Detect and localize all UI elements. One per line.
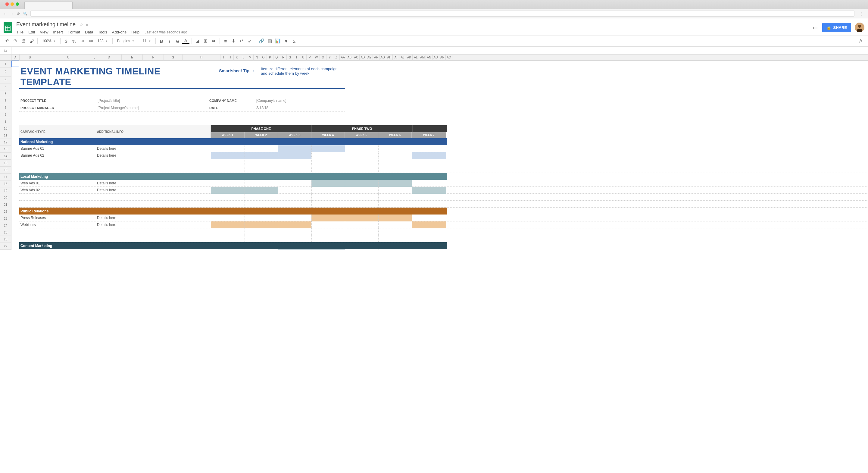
- timeline-cell[interactable]: [211, 145, 245, 152]
- text-rotation-icon[interactable]: ⤢: [246, 37, 254, 45]
- timeline-cell[interactable]: [278, 187, 311, 194]
- row-header[interactable]: 17: [0, 174, 11, 180]
- timeline-cell[interactable]: [412, 228, 446, 235]
- timeline-cell[interactable]: [412, 159, 446, 166]
- timeline-cell[interactable]: [412, 166, 446, 173]
- row-header[interactable]: 12: [0, 139, 11, 146]
- row-header[interactable]: 3: [0, 77, 11, 84]
- insert-link-icon[interactable]: 🔗: [258, 37, 265, 45]
- menu-help[interactable]: Help: [129, 29, 142, 35]
- column-header[interactable]: P: [267, 55, 274, 60]
- column-header[interactable]: AG: [379, 55, 386, 60]
- comments-icon[interactable]: ▭: [813, 24, 818, 31]
- insert-comment-icon[interactable]: ▤: [266, 37, 274, 45]
- timeline-cell[interactable]: [345, 228, 378, 235]
- column-header[interactable]: F: [143, 55, 164, 60]
- select-all-corner[interactable]: [0, 55, 11, 60]
- column-header[interactable]: Y: [327, 55, 333, 60]
- row-header[interactable]: 9: [0, 118, 11, 125]
- timeline-cell[interactable]: [311, 201, 345, 208]
- timeline-cell[interactable]: [278, 194, 311, 201]
- column-header[interactable]: U: [300, 55, 307, 60]
- timeline-cell[interactable]: [278, 201, 311, 208]
- row-header[interactable]: 4: [0, 84, 11, 90]
- row-header[interactable]: 13: [0, 146, 11, 153]
- currency-icon[interactable]: $: [63, 37, 70, 45]
- column-header[interactable]: W: [313, 55, 320, 60]
- paint-format-icon[interactable]: 🖌: [28, 37, 35, 45]
- text-wrap-icon[interactable]: ↵: [238, 37, 245, 45]
- decrease-decimal-icon[interactable]: .0: [79, 37, 86, 45]
- timeline-cell[interactable]: [245, 187, 278, 194]
- menu-add-ons[interactable]: Add-ons: [110, 29, 129, 35]
- zoom-dropdown[interactable]: 100%▼: [40, 38, 58, 44]
- timeline-cell[interactable]: [211, 187, 245, 194]
- timeline-cell[interactable]: [211, 214, 245, 221]
- timeline-cell[interactable]: [245, 249, 278, 250]
- sheets-logo-icon[interactable]: [2, 20, 13, 35]
- menu-data[interactable]: Data: [83, 29, 95, 35]
- timeline-cell[interactable]: [245, 194, 278, 201]
- maximize-window-icon[interactable]: [16, 2, 19, 6]
- timeline-cell[interactable]: [311, 159, 345, 166]
- column-header[interactable]: Q: [274, 55, 280, 60]
- timeline-cell[interactable]: [378, 180, 412, 187]
- timeline-row[interactable]: Web Ads 02Details here: [19, 187, 868, 194]
- column-header[interactable]: Z: [333, 55, 340, 60]
- timeline-cell[interactable]: [378, 249, 412, 250]
- timeline-cell[interactable]: [245, 221, 278, 228]
- column-header[interactable]: AF: [373, 55, 379, 60]
- reload-icon[interactable]: ⟳: [17, 11, 20, 16]
- column-header[interactable]: T: [293, 55, 300, 60]
- column-header[interactable]: AA: [340, 55, 346, 60]
- timeline-cell[interactable]: [345, 159, 378, 166]
- timeline-row[interactable]: Press ReleasesDetails here: [19, 214, 868, 221]
- empty-row[interactable]: [19, 235, 868, 242]
- row-header[interactable]: 7: [0, 104, 11, 111]
- row-header[interactable]: 20: [0, 194, 11, 201]
- timeline-cell[interactable]: [311, 249, 345, 250]
- column-header[interactable]: V: [307, 55, 313, 60]
- selected-cell[interactable]: [11, 61, 19, 67]
- timeline-cell[interactable]: [345, 187, 378, 194]
- column-header[interactable]: H: [183, 55, 220, 60]
- menu-insert[interactable]: Insert: [51, 29, 65, 35]
- timeline-cell[interactable]: [245, 166, 278, 173]
- browser-tab[interactable]: [24, 1, 72, 9]
- timeline-cell[interactable]: [412, 214, 446, 221]
- timeline-cell[interactable]: [378, 166, 412, 173]
- column-header[interactable]: E: [122, 55, 143, 60]
- timeline-cell[interactable]: [211, 201, 245, 208]
- column-header[interactable]: O: [260, 55, 267, 60]
- row-header[interactable]: 1: [0, 61, 11, 67]
- timeline-cell[interactable]: [412, 194, 446, 201]
- timeline-cell[interactable]: [412, 221, 446, 228]
- timeline-cell[interactable]: [378, 201, 412, 208]
- fill-color-icon[interactable]: ◢: [194, 37, 201, 45]
- timeline-cell[interactable]: [378, 228, 412, 235]
- back-icon[interactable]: ←: [3, 11, 7, 16]
- timeline-cell[interactable]: [211, 159, 245, 166]
- timeline-cell[interactable]: [311, 145, 345, 152]
- percent-icon[interactable]: %: [71, 37, 78, 45]
- url-input[interactable]: [30, 10, 855, 17]
- timeline-cell[interactable]: [245, 145, 278, 152]
- column-header[interactable]: AI: [393, 55, 399, 60]
- increase-decimal-icon[interactable]: .00: [87, 37, 94, 45]
- company-name-value[interactable]: [Company's name]: [256, 98, 286, 103]
- timeline-cell[interactable]: [412, 235, 446, 242]
- browser-menu-icon[interactable]: ⋮: [858, 11, 865, 16]
- row-header[interactable]: 6: [0, 97, 11, 104]
- document-title[interactable]: Event marketing timeline: [15, 21, 77, 28]
- timeline-cell[interactable]: [345, 235, 378, 242]
- timeline-cell[interactable]: [311, 235, 345, 242]
- row-header[interactable]: 21: [0, 201, 11, 208]
- borders-icon[interactable]: ⊞: [202, 37, 209, 45]
- italic-icon[interactable]: I: [166, 37, 173, 45]
- row-header[interactable]: 10: [0, 125, 11, 132]
- text-color-icon[interactable]: A: [182, 38, 189, 44]
- timeline-row[interactable]: WebinarsDetails here: [19, 221, 868, 228]
- timeline-cell[interactable]: [311, 166, 345, 173]
- menu-edit[interactable]: Edit: [26, 29, 37, 35]
- menu-view[interactable]: View: [38, 29, 50, 35]
